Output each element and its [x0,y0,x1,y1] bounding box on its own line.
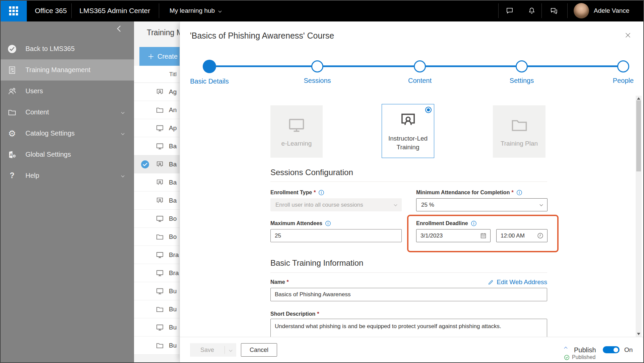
field-min-attendance: Minimum Attendance for Completion * 25 % [416,189,548,211]
help-icon: ? [7,171,17,180]
chat-icon[interactable] [505,6,514,15]
calendar-icon[interactable] [480,232,487,239]
modal-scrollbar[interactable] [636,96,642,337]
notifications-bell-icon[interactable] [527,6,536,15]
user-name[interactable]: Adele Vance [594,0,629,21]
monitor-icon [287,115,306,135]
instructor-icon [155,88,164,96]
sidebar-item-label: Training Management [25,66,90,74]
wizard-step[interactable]: Settings [493,60,550,85]
step-circle-icon [516,60,528,72]
info-icon[interactable] [516,190,522,196]
max-attendees-label: Maximum Attendees [270,220,322,226]
wizard-step[interactable]: Basic Details [181,60,238,85]
cancel-button[interactable]: Cancel [241,343,277,357]
chevron-down-icon [540,203,543,206]
instructor-icon [155,160,164,169]
course-edit-modal: 'Basics of Phishing Awareness' Course Ba… [180,21,644,363]
instructor-icon [398,110,418,130]
save-button[interactable]: Save [190,343,236,357]
row-title: Bra [169,251,179,259]
course-type-card-instructor-led[interactable]: Instructor-Led Training [382,104,434,158]
edit-web-address-link[interactable]: Edit Web Address [488,278,547,286]
info-icon[interactable] [471,220,477,226]
course-type-card-elearning[interactable]: e-Learning [270,105,323,158]
instructor-icon [155,178,164,187]
deadline-date-input[interactable]: 3/1/2023 [416,229,491,242]
sidebar-item-label: Global Settings [25,151,71,158]
short-description-label: Short Description [270,311,315,317]
radio-selected-icon [425,107,432,113]
brand-office365[interactable]: Office 365 [35,0,67,21]
toggle-state-label: On [624,343,633,357]
required-marker: * [511,190,513,196]
scroll-up-arrow-icon[interactable] [637,97,640,100]
app-title[interactable]: LMS365 Admin Center [79,0,150,21]
sidebar-item-label: Content [25,108,49,116]
sidebar-item-label: Help [25,172,39,179]
sidebar-item[interactable]: Training Management [0,59,134,81]
row-title: Bu [169,306,177,313]
row-title: Ba [169,161,177,168]
field-enrollment-deadline: Enrollment Deadline 3/1/2023 12:00 AM [416,220,548,242]
sidebar-item[interactable]: ⚙ Catalog Settings [0,123,134,144]
publish-toggle[interactable] [603,346,620,353]
folder-icon [155,341,164,350]
wizard-step[interactable]: Sessions [289,60,346,85]
sidebar-item-label: Users [25,87,43,95]
info-icon[interactable] [318,190,324,196]
doc-icon [7,65,17,75]
max-attendees-input[interactable] [270,229,402,242]
chevron-down-icon [394,203,397,206]
sidebar-item[interactable]: Users [0,81,134,102]
chevron-down-icon [121,132,125,135]
hub-menu-button[interactable]: My learning hub [170,0,221,21]
row-title: Ba [169,197,177,204]
pencil-icon [488,279,494,286]
clock-icon[interactable] [537,232,544,239]
row-title: Ag [169,88,177,96]
step-label: Settings [493,77,550,85]
step-label: People [595,77,644,85]
chevron-down-icon [121,111,125,114]
course-type-card-training-plan[interactable]: Training Plan [493,105,545,158]
row-title: Bu [169,324,177,331]
monitor-icon [155,323,164,332]
edit-web-address-label: Edit Web Address [497,278,547,286]
min-attendance-select[interactable]: 25 % [416,198,548,211]
deadline-time-input[interactable]: 12:00 AM [496,229,548,242]
app-launcher-button[interactable] [0,0,27,21]
folder-icon [7,108,17,117]
wizard-step[interactable]: Content [391,60,448,85]
name-label: Name [270,279,285,285]
scroll-down-arrow-icon[interactable] [637,333,640,335]
toggle-knob [614,348,618,352]
step-label: Sessions [289,77,346,85]
panel-title: Training M [147,28,183,37]
user-avatar[interactable] [574,3,589,18]
step-circle-icon [203,60,216,73]
sidebar-item[interactable]: Back to LMS365 [0,38,134,59]
name-input[interactable] [270,288,547,301]
feedback-icon[interactable] [550,6,558,15]
topbar-divider [71,3,72,18]
section-heading-basic-info: Basic Training Information [270,258,363,268]
scrollbar-thumb[interactable] [636,100,641,171]
sidebar-item[interactable]: Content [0,102,134,123]
step-circle-icon [617,60,629,72]
collapse-publish-icon[interactable] [564,347,568,350]
required-marker: * [314,190,316,196]
sidebar-item[interactable]: ? Help [0,165,134,186]
cancel-label: Cancel [250,347,268,354]
save-dropdown-button[interactable] [225,349,236,351]
wizard-step[interactable]: People [595,60,644,85]
topbar-divider [567,3,568,18]
sidebar-collapse-button[interactable] [118,26,125,33]
row-title: An [169,106,177,114]
global-icon: A [7,150,17,159]
gear-icon: ⚙ [7,129,17,138]
info-icon[interactable] [325,220,331,226]
sidebar-item[interactable]: A Global Settings [0,144,134,165]
monitor-icon [155,142,164,151]
step-circle-icon [414,60,426,72]
